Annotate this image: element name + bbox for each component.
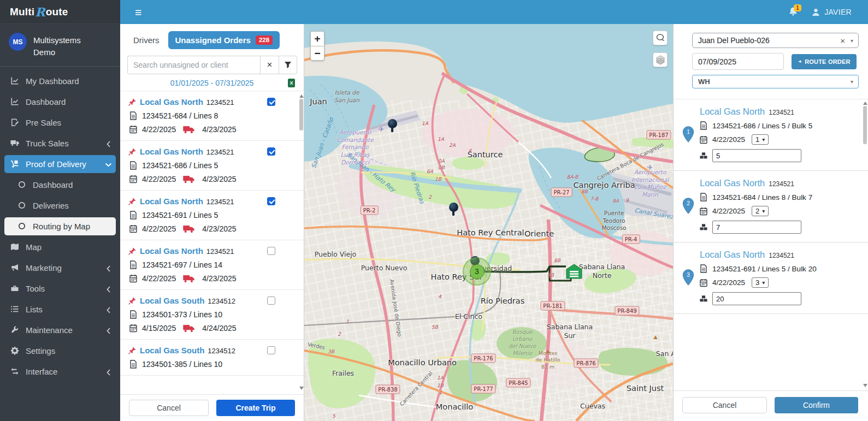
lasso-select-button[interactable]	[653, 31, 668, 45]
truck-icon	[183, 225, 195, 233]
calendar-icon	[700, 278, 707, 287]
sidebar-item-map[interactable]: Map	[4, 238, 116, 256]
tab-unassigned-orders[interactable]: Unassigned Orders 228	[168, 31, 280, 49]
tab-drivers[interactable]: Drivers	[133, 35, 160, 45]
route-stops-list: 1 Local Gas North 1234521 1234521-686 / …	[674, 99, 868, 390]
clear-driver-icon[interactable]: ×	[835, 36, 851, 45]
stop-position-select[interactable]: 3 ▾	[752, 277, 769, 288]
orders-scrollbar[interactable]	[299, 93, 304, 392]
route-date-input[interactable]	[692, 53, 784, 70]
map-canvas[interactable]: JuanSanturceCangrejo ArribaHato Rey Cent…	[304, 24, 673, 421]
avatar: MS	[9, 33, 27, 51]
order-checkbox[interactable]	[267, 346, 275, 354]
stop-position-select[interactable]: 1 ▾	[752, 134, 769, 145]
chevron-down-icon: ▾	[762, 280, 765, 286]
chevron-down-icon: ▾	[851, 38, 853, 44]
cancel-button[interactable]: Cancel	[129, 400, 209, 416]
sidebar-item-pre-sales[interactable]: Pre Sales	[4, 114, 116, 132]
order-checkbox[interactable]	[267, 247, 275, 255]
sidebar-item-settings[interactable]: Settings	[4, 342, 116, 360]
megaphone-icon	[9, 263, 20, 272]
dolly-icon	[9, 159, 20, 168]
order-list-item[interactable]: Local Gas North 1234521 1234521-686 / Li…	[120, 141, 304, 191]
account-panel: MS Multisystems Demo	[0, 24, 120, 67]
calendar-icon	[700, 135, 707, 144]
hamburger-menu-icon[interactable]: ≡	[135, 7, 141, 18]
order-list-item[interactable]: Local Gas South 1234512 1234501-385 / Li…	[120, 340, 304, 376]
sidebar-item-maintenance[interactable]: Maintenance	[4, 321, 116, 339]
route-order-button[interactable]: ◄ ROUTE ORDER	[792, 54, 857, 69]
chevron-left-icon	[106, 140, 111, 146]
search-input[interactable]	[127, 56, 260, 74]
confirm-button[interactable]: Confirm	[775, 397, 858, 413]
order-checkbox[interactable]	[267, 98, 275, 106]
sidebar-item-deliveries[interactable]: Deliveries	[4, 197, 116, 215]
wrench-icon	[9, 325, 20, 334]
stop-position-select[interactable]: 2 ▾	[752, 206, 769, 216]
order-list-item[interactable]: Local Gas North 1234521 1234521-691 / Li…	[120, 191, 304, 240]
layers-button[interactable]	[653, 52, 668, 67]
order-list-item[interactable]: Local Gas South 1234512 1234501-373 / Li…	[120, 290, 304, 340]
sidebar-item-tools[interactable]: Tools	[4, 280, 116, 298]
route-stop-item[interactable]: 1 Local Gas North 1234521 1234521-686 / …	[674, 99, 868, 171]
unassigned-count-badge: 228	[256, 35, 273, 45]
driver-select[interactable]: Juan Del Pueblo-026 × ▾	[692, 33, 859, 48]
order-map-pin[interactable]	[388, 119, 397, 128]
document-icon	[129, 260, 137, 269]
sidebar-item-proof-of-delivery[interactable]: Proof of Delivery	[4, 155, 116, 173]
order-checkbox[interactable]	[267, 197, 275, 205]
cancel-button[interactable]: Cancel	[682, 397, 767, 413]
chevron-left-icon	[106, 327, 111, 333]
notifications-button[interactable]: 1	[788, 7, 799, 17]
route-stop-item[interactable]: 3 Local Gas North 1234521 1234521-691 / …	[674, 242, 868, 314]
stop-quantity-input[interactable]	[712, 149, 801, 162]
sidebar-item-my-dashboard[interactable]: My Dashboard	[4, 72, 116, 90]
sidebar-item-lists[interactable]: Lists	[4, 300, 116, 318]
sidebar-item-routing-by-map[interactable]: Routing by Map	[4, 217, 116, 235]
map-tiles	[304, 24, 673, 421]
order-list-item[interactable]: Local Gas North 1234521 1234521-684 / Li…	[120, 91, 304, 141]
boxes-icon	[700, 151, 707, 160]
zoom-in-button[interactable]: +	[310, 31, 324, 46]
sidebar-item-marketing[interactable]: Marketing	[4, 259, 116, 277]
sidebar: MultiRoute MS Multisystems Demo My Dashb…	[0, 0, 120, 421]
user-menu[interactable]: JAVIER	[811, 8, 852, 17]
pushpin-icon	[128, 346, 137, 355]
chart-line-icon	[9, 97, 20, 106]
sidebar-item-interface[interactable]: Interface	[4, 363, 116, 381]
stop-quantity-input[interactable]	[712, 292, 801, 305]
logo-text-oute: oute	[46, 6, 68, 18]
sidebar-item-pod-dashboard[interactable]: Dashboard	[4, 176, 116, 194]
order-checkbox[interactable]	[267, 147, 275, 156]
user-name: JAVIER	[824, 8, 852, 16]
excel-export-icon[interactable]: X	[288, 79, 295, 87]
chevron-down-icon: ▾	[762, 137, 765, 143]
filter-button[interactable]	[279, 56, 297, 74]
route-stop-item[interactable]: 2 Local Gas North 1234521 1234521-684 / …	[674, 171, 868, 242]
truck-icon	[183, 324, 195, 333]
order-list-item[interactable]: Local Gas North 1234521 1234521-697 / Li…	[120, 240, 304, 290]
top-header: ≡ 1 JAVIER	[120, 0, 868, 24]
pushpin-icon	[128, 247, 137, 256]
create-trip-button[interactable]: Create Trip	[216, 400, 295, 416]
order-checkbox[interactable]	[267, 297, 275, 305]
document-icon	[700, 121, 707, 130]
zoom-out-button[interactable]: −	[310, 46, 324, 61]
chevron-down-icon	[106, 161, 111, 167]
route-panel-scrollbar[interactable]	[863, 100, 867, 389]
sidebar-item-dashboard[interactable]: Dashboard	[4, 93, 116, 111]
stop-marker-3[interactable]: 3	[470, 264, 485, 279]
clear-search-button[interactable]: ×	[260, 56, 279, 74]
chart-line-icon	[9, 76, 20, 85]
warehouse-marker[interactable]	[565, 264, 583, 279]
layers-icon	[656, 55, 665, 65]
warehouse-select[interactable]: WH ▾	[692, 75, 859, 88]
stop-quantity-input[interactable]	[712, 221, 801, 234]
orders-list: Local Gas North 1234521 1234521-684 / Li…	[120, 91, 304, 394]
order-map-pin[interactable]	[449, 203, 458, 212]
calendar-icon	[129, 175, 137, 183]
truck-icon	[183, 275, 195, 283]
route-panel: Juan Del Pueblo-026 × ▾ ◄ ROUTE ORDER WH…	[673, 24, 868, 421]
sidebar-item-truck-sales[interactable]: Truck Sales	[4, 134, 116, 152]
date-range-link[interactable]: 01/01/2025 - 07/31/2025	[170, 79, 254, 87]
